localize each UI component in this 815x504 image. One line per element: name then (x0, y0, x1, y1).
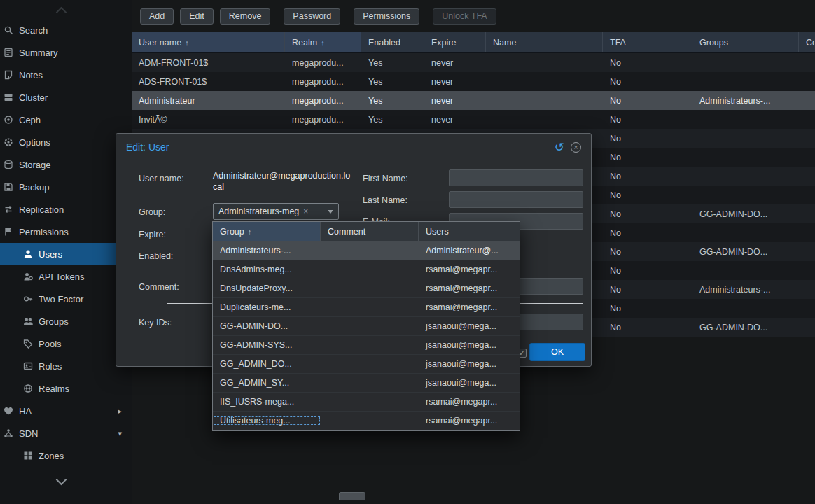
roles-icon (22, 360, 34, 372)
table-row[interactable]: ADM-FRONT-01$megaprodu...YesneverNo (132, 53, 815, 72)
sidebar-item-ha[interactable]: HA▸ (0, 400, 132, 422)
chevron-down-icon[interactable]: ▾ (118, 429, 122, 438)
password-button[interactable]: Password (284, 8, 340, 24)
column-header-realm[interactable]: Realm↑ (285, 32, 361, 52)
picker-cell-group: GG-ADMIN-SYS... (213, 340, 321, 350)
sidebar-item-ceph[interactable]: Ceph (0, 108, 132, 131)
picker-column-header-users[interactable]: Users (419, 222, 520, 241)
cell-groups: GG-ADMIN-DO... (692, 323, 799, 332)
cell-tfa: No (603, 153, 692, 162)
remove-tag-icon[interactable]: × (303, 206, 308, 216)
sidebar-item-users[interactable]: Users (0, 243, 132, 265)
edit-button[interactable]: Edit (180, 8, 214, 24)
remove-button[interactable]: Remove (220, 8, 271, 24)
sidebar-item-roles[interactable]: Roles (0, 355, 132, 377)
group-picker-row[interactable]: DnsAdmins-meg...rsamai@megapr... (213, 260, 520, 279)
permissions-button[interactable]: Permissions (354, 8, 419, 24)
sidebar-item-permissions[interactable]: Permissions (0, 220, 132, 243)
first-name-input[interactable] (449, 169, 583, 186)
table-row[interactable]: InvitÃ©megaprodu...YesneverNo (132, 110, 815, 129)
last-name-input[interactable] (449, 191, 583, 208)
group-picker-row[interactable]: GG-ADMIN-DO...jsanaoui@mega... (213, 317, 520, 336)
group-picker-row[interactable]: GG-ADMIN-SYS...jsanaoui@mega... (213, 336, 520, 355)
sidebar-item-label: Roles (39, 361, 62, 372)
cell-tfa: No (603, 77, 692, 87)
groups-icon (22, 316, 34, 327)
sidebar-item-search[interactable]: Search (0, 19, 132, 41)
ceph-icon (3, 114, 14, 125)
group-picker-dropdown: Group↑CommentUsers Administrateurs-...Ad… (212, 221, 520, 431)
scroll-up-chevron-icon[interactable] (56, 7, 67, 18)
chevron-right-icon[interactable]: ▸ (118, 407, 122, 416)
sidebar-item-options[interactable]: Options (0, 131, 132, 153)
cell-realm: megaprodu... (285, 96, 361, 106)
table-row[interactable]: ADS-FRONT-01$megaprodu...YesneverNo (132, 72, 815, 91)
toolbar-separator (347, 9, 347, 23)
sidebar-item-pools[interactable]: Pools (0, 332, 132, 355)
cell-user: ADM-FRONT-01$ (132, 58, 285, 68)
picker-cell-group: DnsUpdateProxy... (213, 284, 321, 293)
sidebar-item-label: Zones (39, 451, 64, 461)
picker-column-header-group[interactable]: Group↑ (213, 222, 321, 241)
sort-ascending-icon: ↑ (321, 38, 325, 47)
column-header-label: Co... (806, 38, 815, 48)
sidebar-item-realms[interactable]: Realms (0, 377, 132, 400)
column-header-tfa[interactable]: TFA (603, 32, 692, 52)
cell-tfa: No (603, 209, 692, 219)
column-header-name[interactable]: Name (486, 32, 603, 52)
sidebar-item-replication[interactable]: Replication (0, 198, 132, 220)
sidebar-item-two-factor[interactable]: Two Factor (0, 288, 132, 310)
add-button[interactable]: Add (140, 8, 174, 24)
column-header-user-name[interactable]: User name↑ (132, 32, 285, 52)
cell-enabled: Yes (361, 77, 424, 87)
ok-button[interactable]: OK (529, 343, 585, 361)
column-header-label: Enabled (368, 38, 400, 48)
sidebar-item-backup[interactable]: Backup (0, 176, 132, 198)
sidebar-item-label: SDN (19, 428, 38, 439)
sidebar-item-storage[interactable]: Storage (0, 153, 132, 176)
group-picker-row[interactable]: Duplicateurs-me...rsamai@megapr... (213, 298, 520, 317)
picker-column-label: Comment (328, 227, 365, 237)
user-icon (22, 248, 34, 260)
last-name-label: Last Name: (363, 195, 408, 205)
reset-icon[interactable]: ↺ (555, 141, 564, 153)
cell-tfa: No (603, 228, 692, 238)
group-combobox[interactable]: Administrateurs-meg × (213, 203, 339, 220)
column-header-label: User name (139, 38, 181, 48)
dialog-header: Edit: User ↺ × (116, 134, 591, 160)
two-factor-icon (22, 293, 34, 304)
column-header-expire[interactable]: Expire (424, 32, 486, 52)
sidebar-item-label: Replication (19, 204, 64, 215)
sidebar-item-label: Groups (39, 316, 69, 327)
sidebar-item-groups[interactable]: Groups (0, 310, 132, 332)
bottom-panel-splitter-handle[interactable] (339, 492, 365, 500)
picker-cell-group: GG_ADMIN_SY... (213, 378, 321, 388)
sidebar-item-summary[interactable]: Summary (0, 41, 132, 64)
cell-user: ADS-FRONT-01$ (132, 77, 285, 87)
sort-ascending-icon: ↑ (248, 227, 252, 236)
group-picker-header: Group↑CommentUsers (213, 222, 520, 241)
column-header-co[interactable]: Co... (799, 32, 815, 52)
close-icon[interactable]: × (571, 142, 581, 153)
group-picker-row[interactable]: GG_ADMIN_SY...jsanaoui@mega... (213, 374, 520, 393)
chevron-down-icon[interactable] (328, 210, 333, 214)
picker-column-label: Group (220, 227, 244, 237)
group-picker-row[interactable]: IIS_IUSRS-mega...rsamai@megapr... (213, 393, 520, 412)
picker-column-header-comment[interactable]: Comment (321, 222, 419, 241)
column-header-groups[interactable]: Groups (692, 32, 799, 52)
picker-cell-group: GG_ADMIN_DO... (213, 359, 321, 369)
sidebar-item-api-tokens[interactable]: API Tokens (0, 265, 132, 288)
sidebar-item-notes[interactable]: Notes (0, 64, 132, 86)
sidebar-item-cluster[interactable]: Cluster (0, 86, 132, 108)
group-picker-row[interactable]: Administrateurs-...Administrateur@... (213, 241, 520, 260)
picker-cell-users: rsamai@megapr... (419, 265, 520, 274)
group-picker-row[interactable]: Utilisateurs-meg...rsamai@megapr... (213, 412, 520, 430)
sidebar-item-sdn[interactable]: SDN▾ (0, 422, 132, 444)
scroll-down-chevron-icon[interactable] (56, 475, 67, 486)
group-picker-row[interactable]: DnsUpdateProxy...rsamai@megapr... (213, 279, 520, 298)
group-picker-row[interactable]: GG_ADMIN_DO...jsanaoui@mega... (213, 355, 520, 374)
sidebar-item-zones[interactable]: Zones (0, 444, 132, 467)
cluster-icon (3, 92, 14, 103)
column-header-enabled[interactable]: Enabled (361, 32, 424, 52)
table-row[interactable]: Administrateurmegaprodu...YesneverNoAdmi… (132, 91, 815, 110)
